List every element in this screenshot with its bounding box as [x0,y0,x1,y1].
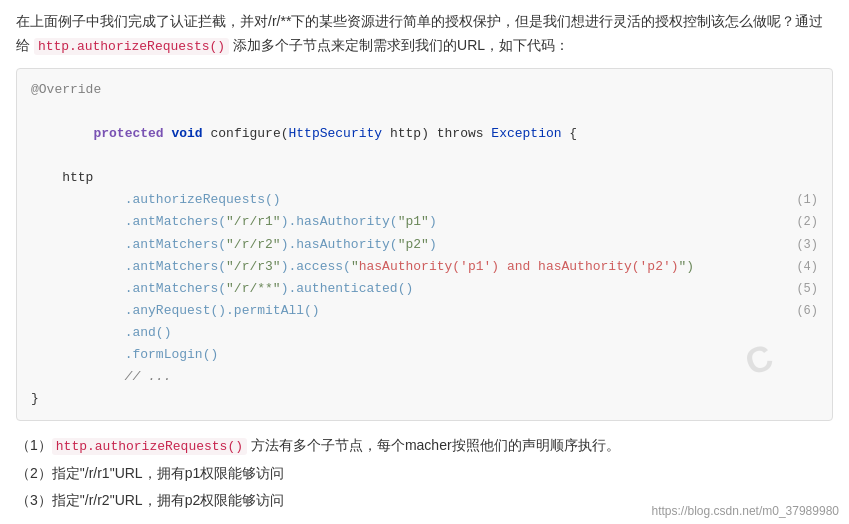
desc-1-num: （1） [16,437,52,453]
line4-content: .antMatchers("/r/r3").access("hasAuthori… [31,256,776,278]
method-sig: protected void configure(HttpSecurity ht… [31,101,818,167]
code-line-comment: // ... [31,366,818,388]
code-line-4: .antMatchers("/r/r3").access("hasAuthori… [31,256,818,278]
line-num-4: (4) [796,257,818,277]
code-line-and: .and() [31,322,818,344]
desc-3-text: 指定"/r/r2"URL，拥有p2权限能够访问 [52,492,284,508]
intro-paragraph: 在上面例子中我们完成了认证拦截，并对/r/**下的某些资源进行简单的授权保护，但… [16,10,833,58]
desc-2-num: （2） [16,465,52,481]
intro-text-after: 添加多个子节点来定制需求到我们的URL，如下代码： [229,37,569,53]
code-line-http: http [31,167,818,189]
desc-3-num: （3） [16,492,52,508]
line-comment-content: // ... [31,366,818,388]
closing-brace: } [31,388,818,410]
http-identifier: http [31,167,818,189]
type-httpsecurity: HttpSecurity [289,126,383,141]
footer-url: https://blog.csdn.net/m0_37989980 [652,504,839,518]
code-line-formlogin: .formLogin() [31,344,818,366]
line-num-2: (2) [796,212,818,232]
code-line-1: .authorizeRequests() (1) [31,189,818,211]
code-line-5: .antMatchers("/r/**").authenticated() (5… [31,278,818,300]
code-line-closing: } [31,388,818,410]
desc-2-text: 指定"/r/r1"URL，拥有p1权限能够访问 [52,465,284,481]
desc-1-code: http.authorizeRequests() [52,438,247,455]
line-num-5: (5) [796,279,818,299]
annotation-text: @Override [31,79,818,101]
type-exception: Exception [491,126,561,141]
kw-void: void [171,126,202,141]
intro-code-inline: http.authorizeRequests() [34,38,229,55]
line1-content: .authorizeRequests() [31,189,776,211]
line-formlogin-content: .formLogin() [31,344,818,366]
desc-1-text: 方法有多个子节点，每个macher按照他们的声明顺序执行。 [247,437,620,453]
line3-content: .antMatchers("/r/r2").hasAuthority("p2") [31,234,776,256]
line-num-6: (6) [796,301,818,321]
desc-item-1: （1）http.authorizeRequests() 方法有多个子节点，每个m… [16,433,833,458]
line5-content: .antMatchers("/r/**").authenticated() [31,278,776,300]
code-line-3: .antMatchers("/r/r2").hasAuthority("p2")… [31,234,818,256]
code-line-method-sig: protected void configure(HttpSecurity ht… [31,101,818,167]
line-num-1: (1) [796,190,818,210]
code-block: @Override protected void configure(HttpS… [16,68,833,421]
line6-content: .anyRequest().permitAll() [31,300,776,322]
code-line-6: .anyRequest().permitAll() (6) [31,300,818,322]
footer-link: https://blog.csdn.net/m0_37989980 [652,504,839,518]
line-and-content: .and() [31,322,818,344]
descriptions-section: （1）http.authorizeRequests() 方法有多个子节点，每个m… [16,433,833,513]
line2-content: .antMatchers("/r/r1").hasAuthority("p1") [31,211,776,233]
page-content: 在上面例子中我们完成了认证拦截，并对/r/**下的某些资源进行简单的授权保护，但… [0,0,849,524]
code-line-2: .antMatchers("/r/r1").hasAuthority("p1")… [31,211,818,233]
kw-protected: protected [93,126,163,141]
line-num-3: (3) [796,235,818,255]
desc-item-2: （2）指定"/r/r1"URL，拥有p1权限能够访问 [16,461,833,486]
code-line-annotation: @Override [31,79,818,101]
